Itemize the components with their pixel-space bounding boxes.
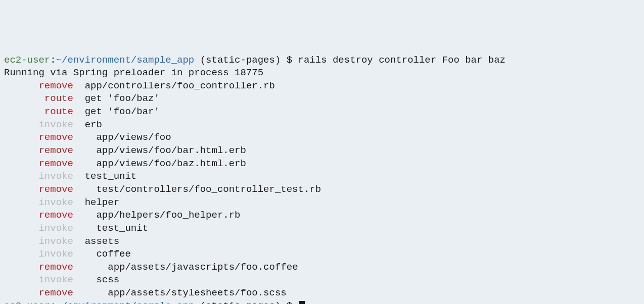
prompt-user: ec2-user bbox=[4, 55, 50, 66]
output-line: remove app/views/foo bbox=[4, 131, 640, 144]
output-line: remove app/controllers/foo_controller.rb bbox=[4, 80, 640, 93]
output-line: invoke erb bbox=[4, 119, 640, 132]
cursor[interactable] bbox=[299, 301, 305, 304]
action-label: remove bbox=[38, 184, 73, 195]
action-label: invoke bbox=[38, 223, 73, 234]
action-arg: test_unit bbox=[85, 171, 137, 182]
action-label: route bbox=[44, 106, 73, 117]
action-label: invoke bbox=[38, 248, 73, 260]
output-line: route get 'foo/baz' bbox=[4, 92, 640, 106]
output-line: remove app/helpers/foo_helper.rb bbox=[4, 209, 640, 222]
action-arg: scss bbox=[96, 274, 119, 285]
prompt-path: ~/environment/sample_app bbox=[56, 55, 195, 66]
prompt-line[interactable]: ec2-user:~/environment/sample_app (stati… bbox=[4, 300, 640, 304]
action-label: remove bbox=[38, 158, 73, 169]
action-arg: coffee bbox=[96, 248, 130, 260]
action-arg: erb bbox=[85, 119, 102, 130]
action-label: remove bbox=[38, 287, 73, 298]
action-label: invoke bbox=[38, 197, 73, 208]
action-arg: get 'foo/bar' bbox=[85, 106, 160, 117]
output-line: invoke test_unit bbox=[4, 222, 640, 235]
prompt-colon: : bbox=[50, 55, 56, 66]
output-line: remove app/views/foo/baz.html.erb bbox=[4, 158, 640, 171]
terminal-output[interactable]: ec2-user:~/environment/sample_app (stati… bbox=[4, 54, 640, 304]
action-label: invoke bbox=[38, 119, 73, 130]
output-line: invoke assets bbox=[4, 235, 640, 248]
prompt-branch: (static-pages) bbox=[194, 300, 286, 304]
prompt-user: ec2-user bbox=[4, 300, 50, 304]
output-line: invoke test_unit bbox=[4, 170, 640, 183]
preloader-line: Running via Spring preloader in process … bbox=[4, 67, 640, 80]
action-arg: test/controllers/foo_controller_test.rb bbox=[96, 184, 321, 195]
action-arg: test_unit bbox=[96, 223, 148, 234]
action-label: remove bbox=[38, 262, 73, 273]
action-arg: app/assets/stylesheets/foo.scss bbox=[108, 287, 286, 298]
prompt-line[interactable]: ec2-user:~/environment/sample_app (stati… bbox=[4, 54, 640, 67]
output-line: remove app/views/foo/bar.html.erb bbox=[4, 144, 640, 158]
action-label: invoke bbox=[38, 274, 73, 285]
action-arg: app/views/foo bbox=[96, 132, 171, 143]
output-line: remove app/assets/stylesheets/foo.scss bbox=[4, 287, 640, 300]
action-label: route bbox=[44, 93, 73, 104]
action-label: remove bbox=[38, 80, 73, 91]
prompt-dollar: $ bbox=[287, 300, 298, 304]
action-arg: app/views/foo/baz.html.erb bbox=[96, 158, 246, 169]
output-line: remove app/assets/javascripts/foo.coffee bbox=[4, 261, 640, 274]
output-line: route get 'foo/bar' bbox=[4, 106, 640, 119]
prompt-colon: : bbox=[50, 300, 56, 304]
action-arg: assets bbox=[85, 236, 119, 247]
output-line: invoke scss bbox=[4, 274, 640, 287]
action-arg: get 'foo/baz' bbox=[85, 93, 160, 104]
action-arg: app/controllers/foo_controller.rb bbox=[85, 80, 275, 91]
output-line: invoke helper bbox=[4, 196, 640, 210]
action-label: invoke bbox=[38, 171, 73, 182]
command-text: rails destroy controller Foo bar baz bbox=[298, 55, 505, 66]
action-label: remove bbox=[38, 145, 73, 156]
prompt-path: ~/environment/sample_app bbox=[56, 300, 195, 304]
prompt-dollar: $ bbox=[287, 55, 298, 66]
action-arg: app/assets/javascripts/foo.coffee bbox=[108, 262, 298, 273]
action-label: remove bbox=[38, 210, 73, 221]
action-label: invoke bbox=[38, 236, 73, 247]
action-label: remove bbox=[38, 132, 73, 143]
output-line: invoke coffee bbox=[4, 248, 640, 261]
action-arg: helper bbox=[85, 197, 119, 208]
prompt-branch: (static-pages) bbox=[194, 55, 286, 66]
action-arg: app/views/foo/bar.html.erb bbox=[96, 145, 246, 156]
action-arg: app/helpers/foo_helper.rb bbox=[96, 210, 240, 221]
output-line: remove test/controllers/foo_controller_t… bbox=[4, 183, 640, 196]
